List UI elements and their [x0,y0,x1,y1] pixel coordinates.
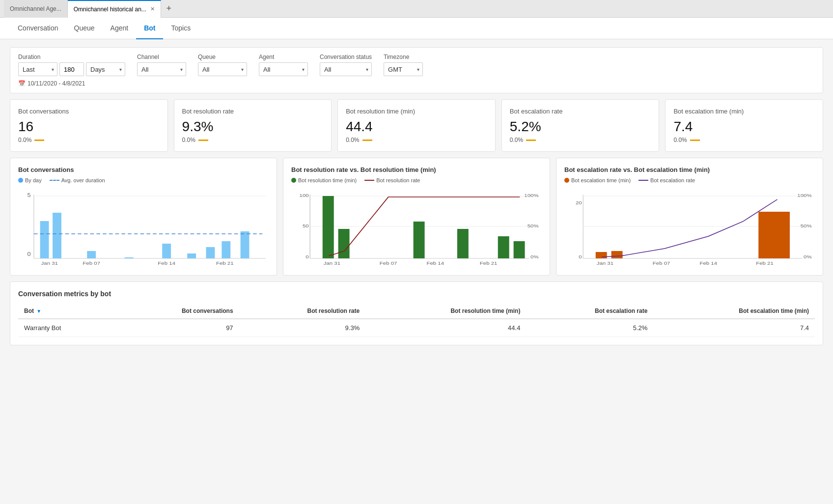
legend-dot-escalation-time [564,178,569,183]
svg-text:50%: 50% [528,224,539,228]
kpi-title-bot-resolution-time: Bot resolution time (min) [346,108,487,115]
nav-item-queue[interactable]: Queue [66,18,103,39]
chart-bot-resolution: Bot resolution rate vs. Bot resolution t… [283,158,550,276]
svg-text:Feb 21: Feb 21 [756,261,774,266]
svg-rect-25 [498,236,509,258]
svg-text:Feb 07: Feb 07 [83,261,100,266]
main-content: Duration Last Days Channel All [0,39,833,504]
filter-duration-value[interactable] [59,62,84,76]
svg-text:Jan 31: Jan 31 [41,261,58,266]
legend-avg: Avg. over duration [50,177,105,183]
chart-bot-escalation-legend: Bot escalation time (min) Bot escalation… [564,177,815,183]
nav-item-agent[interactable]: Agent [103,18,137,39]
svg-text:Feb 14: Feb 14 [158,261,175,266]
svg-rect-42 [758,212,790,258]
kpi-card-bot-resolution-time: Bot resolution time (min) 44.4 0.0% [337,99,496,152]
kpi-cards-row: Bot conversations 16 0.0% Bot resolution… [10,99,823,152]
svg-text:100: 100 [300,193,309,198]
svg-rect-23 [414,222,425,258]
filter-timezone-select[interactable]: GMT [384,62,423,76]
col-header-bot-resolution-time: Bot resolution time (min) [365,304,526,319]
bar-6 [187,253,196,258]
filter-channel-select[interactable]: All [137,62,186,76]
table-row: Warranty Bot 97 9.3% 44.4 5.2% 7.4 [18,319,815,337]
svg-rect-41 [611,251,623,258]
legend-resolution-time: Bot resolution time (min) [291,177,357,183]
kpi-value-bot-escalation-time: 7.4 [673,119,815,135]
bar-2 [53,213,61,258]
filter-queue-select[interactable]: All [198,62,247,76]
filter-duration: Duration Last Days [18,54,125,76]
legend-dot-resolution-time [291,178,296,183]
svg-text:0: 0 [305,254,309,259]
date-range-text: 10/11/2020 - 4/8/2021 [28,80,85,87]
kpi-card-bot-escalation-time: Bot escalation time (min) 7.4 0.0% [665,99,823,152]
col-header-bot-conversations: Bot conversations [114,304,239,319]
chart-bot-resolution-title: Bot resolution rate vs. Bot resolution t… [291,166,542,173]
legend-by-day: By day [18,177,42,183]
filter-conversation-status-label: Conversation status [320,54,372,60]
col-header-bot-resolution-rate: Bot resolution rate [239,304,366,319]
browser-tab-bar: Omnichannel Age... Omnichannel historica… [0,0,833,18]
kpi-trend-bar-bot-conversations [34,140,44,141]
sort-indicator-bot[interactable]: ▼ [36,308,41,314]
svg-text:5: 5 [27,193,30,197]
kpi-trend-bot-conversations: 0.0% [18,137,160,143]
add-tab-button[interactable]: + [161,1,177,17]
kpi-value-bot-conversations: 16 [18,119,160,135]
kpi-trend-bar-bot-escalation-time [690,140,700,141]
kpi-title-bot-escalation-rate: Bot escalation rate [510,108,651,115]
filter-bar: Duration Last Days Channel All [10,47,823,93]
svg-text:Feb 14: Feb 14 [426,261,444,266]
kpi-card-bot-resolution-rate: Bot resolution rate 9.3% 0.0% [174,99,332,152]
chart-bot-conversations-legend: By day Avg. over duration [18,177,269,183]
col-header-bot: Bot ▼ [18,304,114,319]
kpi-value-bot-escalation-rate: 5.2% [510,119,651,135]
col-header-bot-escalation-rate: Bot escalation rate [526,304,653,319]
charts-row: Bot conversations By day Avg. over durat… [10,158,823,276]
calendar-icon: 📅 [18,80,26,87]
bot-conversations-chart-svg: 5 0 Jan 31 Feb 07 [18,187,269,266]
bar-3 [87,251,96,258]
bar-9 [241,231,250,258]
conversation-metrics-table-section: Conversation metrics by bot Bot ▼ Bot co… [10,281,823,345]
browser-tab-1[interactable]: Omnichannel Age... [4,0,68,18]
nav-item-bot[interactable]: Bot [136,18,163,39]
svg-rect-22 [338,229,350,258]
kpi-title-bot-conversations: Bot conversations [18,108,160,115]
kpi-value-bot-resolution-rate: 9.3% [182,119,324,135]
filter-agent: Agent All [259,54,308,76]
filter-queue-label: Queue [198,54,247,60]
svg-text:Feb 21: Feb 21 [216,261,234,266]
bar-7 [206,247,215,258]
kpi-trend-bot-resolution-rate: 0.0% [182,137,324,143]
chart-bot-resolution-legend: Bot resolution time (min) Bot resolution… [291,177,542,183]
legend-escalation-time: Bot escalation time (min) [564,177,631,183]
browser-tab-2[interactable]: Omnichannel historical an... ✕ [68,0,161,18]
nav-item-topics[interactable]: Topics [163,18,198,39]
browser-tab-1-label: Omnichannel Age... [10,5,61,12]
filter-agent-label: Agent [259,54,308,60]
filter-duration-preset[interactable]: Last [18,62,57,76]
legend-escalation-rate: Bot escalation rate [639,177,695,183]
close-tab-icon[interactable]: ✕ [150,6,155,12]
filter-conversation-status-select[interactable]: All [320,62,372,76]
bar-8 [222,241,230,258]
kpi-trend-bot-resolution-time: 0.0% [346,137,487,143]
col-header-bot-escalation-time: Bot escalation time (min) [653,304,815,319]
filter-duration-unit[interactable]: Days [86,62,125,76]
svg-text:Feb 21: Feb 21 [480,261,498,266]
kpi-trend-bar-bot-resolution-rate [198,140,208,141]
cell-bot-resolution-time: 44.4 [365,319,526,337]
kpi-card-bot-escalation-rate: Bot escalation rate 5.2% 0.0% [501,99,660,152]
filter-agent-select[interactable]: All [259,62,308,76]
kpi-value-bot-resolution-time: 44.4 [346,119,487,135]
bar-1 [40,221,49,258]
svg-rect-24 [457,229,469,258]
svg-text:Feb 07: Feb 07 [380,261,397,266]
kpi-card-bot-conversations: Bot conversations 16 0.0% [10,99,168,152]
cell-bot-resolution-rate: 9.3% [239,319,366,337]
svg-text:100%: 100% [797,193,811,198]
legend-resolution-rate: Bot resolution rate [364,177,420,183]
nav-item-conversation[interactable]: Conversation [10,18,66,39]
